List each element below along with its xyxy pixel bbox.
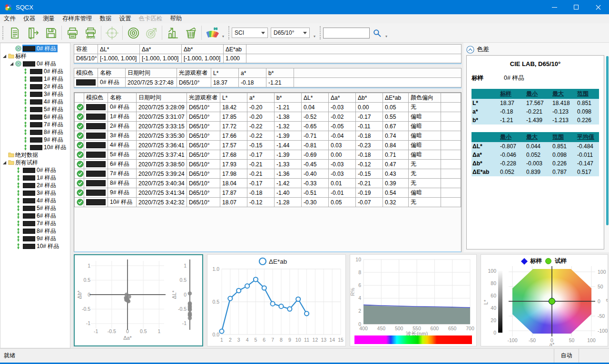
tree-item-2# 样品[interactable]: 2# 样品 (0, 83, 70, 90)
tree-item-9# 样品[interactable]: 9# 样品 (0, 235, 70, 242)
menu-item-4[interactable]: 存样库管理 (59, 14, 96, 23)
toolbar-grip[interactable] (2, 26, 3, 39)
sample-row-1# 样品[interactable]: 1# 样品2020/7/25 3:31:07D65/10°17.85-0.20-… (75, 112, 461, 122)
sample-row-7# 样品[interactable]: 7# 样品2020/7/25 3:39:24D65/10°17.98-0.21-… (75, 169, 461, 179)
tolerance-value[interactable]: [-1.000, 1.000] (182, 54, 224, 63)
illuminant-select[interactable]: D65/10° (271, 28, 310, 38)
minimize-button[interactable] (543, 0, 565, 14)
auto-mode-button[interactable]: 自动 (554, 349, 579, 363)
toolbar-grip[interactable] (228, 26, 229, 39)
column-header[interactable]: 日期时间 (126, 68, 177, 78)
tree-item-绝对数据[interactable]: 绝对数据 (0, 151, 70, 159)
column-header[interactable]: 模拟色 (74, 68, 98, 78)
save-button[interactable] (42, 24, 60, 41)
column-header[interactable]: 日期时间 (137, 93, 187, 103)
column-header[interactable]: ΔE*ab (224, 45, 246, 54)
tree-item-所有试样[interactable]: 所有试样 (0, 159, 70, 166)
sample-row-0# 样品[interactable]: 0# 样品2020/7/25 3:28:09D65/10°18.42-0.20-… (75, 103, 461, 112)
collapse-panel-icon[interactable] (466, 46, 474, 54)
column-header[interactable]: a* (239, 68, 266, 78)
column-header[interactable]: b* (266, 68, 294, 78)
column-header[interactable]: 名称 (98, 68, 126, 78)
column-header[interactable]: ΔL* (98, 45, 140, 54)
tree-item-6# 样品[interactable]: 6# 样品 (0, 113, 70, 121)
tree-item-9# 样品[interactable]: 9# 样品 (0, 136, 70, 144)
delete-button[interactable] (182, 24, 200, 41)
menu-item-5[interactable]: 数据 (96, 14, 116, 23)
tree-item-5# 样品[interactable]: 5# 样品 (0, 204, 70, 212)
column-header[interactable]: 光源观察者 (187, 93, 220, 103)
search-icon[interactable] (373, 29, 382, 38)
tree-item-3# 样品[interactable]: 3# 样品 (0, 189, 70, 197)
export-button[interactable] (24, 24, 42, 41)
tree-item-8# 样品[interactable]: 8# 样品 (0, 128, 70, 136)
column-header[interactable]: L* (211, 68, 239, 78)
deltaE-chart-panel[interactable]: ΔE*ab1234567891011121314150.00.51.0 (207, 254, 346, 346)
column-header[interactable]: Δa* (329, 93, 356, 103)
tree-item-0# 样品[interactable]: 0# 样品 (0, 60, 70, 67)
tree-item-7# 样品[interactable]: 7# 样品 (0, 220, 70, 227)
sample-row-3# 样品[interactable]: 3# 样品2020/7/25 3:35:30D65/10°17.66-0.22-… (75, 131, 461, 141)
tree-item-1# 样品[interactable]: 1# 样品 (0, 75, 70, 83)
maximize-button[interactable] (565, 0, 587, 14)
chart-button[interactable] (164, 24, 182, 41)
tree-item-0# 样品[interactable]: 0# 样品 (0, 166, 70, 174)
column-header[interactable]: 光源观察者 (177, 68, 211, 78)
column-header[interactable]: 名称 (108, 93, 137, 103)
column-header[interactable]: b* (275, 93, 302, 103)
measure-standard-button[interactable] (124, 24, 142, 41)
new-document-button[interactable] (6, 24, 24, 41)
tree-item-6# 样品[interactable]: 6# 样品 (0, 212, 70, 220)
tree-item-3# 样品[interactable]: 3# 样品 (0, 90, 70, 98)
toolbar-overflow-icon[interactable]: ▾ (385, 34, 387, 38)
color-match-button[interactable] (203, 24, 221, 41)
tree-item-标样[interactable]: 标样 (0, 52, 70, 60)
expander-icon[interactable] (2, 161, 7, 165)
column-header[interactable]: ΔE*ab (383, 93, 409, 103)
column-header[interactable]: 颜色偏向 (409, 93, 441, 103)
column-header[interactable]: a* (247, 93, 275, 103)
tree-item-0# 样品[interactable]: 0# 样品 (0, 67, 70, 75)
tolerance-value[interactable]: 1.000 (224, 54, 246, 63)
toolbar-overflow-icon[interactable]: ▾ (222, 34, 224, 38)
sample-row-4# 样品[interactable]: 4# 样品2020/7/25 3:36:41D65/10°17.57-0.15-… (75, 141, 461, 150)
column-header[interactable]: 模拟色 (84, 93, 108, 103)
sample-row-9# 样品[interactable]: 9# 样品2020/7/25 3:41:34D65/10°17.87-0.18-… (75, 188, 461, 198)
tree-item-1# 样品[interactable]: 1# 样品 (0, 174, 70, 182)
expander-icon[interactable] (10, 62, 14, 66)
tree-item-8# 样品[interactable]: 8# 样品 (0, 227, 70, 235)
sample-row-6# 样品[interactable]: 6# 样品2020/7/25 3:38:50D65/10°17.93-0.21-… (75, 160, 461, 169)
gamut-chart-panel[interactable]: 标样试样 -100-50050100100500-50-100100806040… (481, 254, 608, 346)
tree-item-10# 样品[interactable]: 10# 样品 (0, 242, 70, 250)
column-header[interactable]: L* (220, 93, 247, 103)
column-header[interactable]: 容差 (74, 45, 98, 54)
standard-row[interactable]: 0# 样品2020/7/25 3:27:48D65/10°18.37-0.18-… (74, 78, 462, 87)
print-button[interactable] (63, 24, 81, 41)
column-header[interactable] (75, 93, 84, 103)
tolerance-value[interactable]: [-1.000, 1.000] (98, 54, 140, 63)
spectral-chart-panel[interactable]: 0246810400450500550600650700波长(nm)R% (350, 254, 477, 346)
menu-item-2[interactable]: 仪器 (20, 14, 39, 23)
sample-row-8# 样品[interactable]: 8# 样品2020/7/25 3:40:34D65/10°18.04-0.17-… (75, 179, 461, 188)
menu-item-3[interactable]: 测量 (39, 14, 59, 23)
column-header[interactable]: Δb* (182, 45, 224, 54)
close-button[interactable] (587, 0, 609, 14)
toolbar-grip[interactable] (320, 26, 321, 39)
tree-item-0# 样品[interactable]: 0# 样品 (0, 45, 70, 52)
tolerance-value[interactable]: [-1.000, 1.000] (140, 54, 182, 63)
sample-row-2# 样品[interactable]: 2# 样品2020/7/25 3:33:15D65/10°17.72-0.22-… (75, 122, 461, 131)
tree-item-2# 样品[interactable]: 2# 样品 (0, 182, 70, 189)
tolerance-value[interactable]: D65/10° (74, 54, 98, 63)
tree-item-4# 样品[interactable]: 4# 样品 (0, 197, 70, 204)
menu-item-8[interactable]: 帮助 (167, 14, 186, 23)
menu-item-1[interactable]: 文件 (0, 14, 20, 23)
sample-row-10# 样品[interactable]: 10# 样品2020/7/25 3:42:32D65/10°18.07-0.12… (75, 198, 461, 207)
scatter-chart-panel[interactable]: -1-1-0.5-0.5000.50.511Δa*Δb*-1-0.500.51Δ… (74, 254, 203, 346)
column-header[interactable]: ΔL* (302, 93, 329, 103)
tree-item-4# 样品[interactable]: 4# 样品 (0, 98, 70, 105)
column-header[interactable]: Δa* (140, 45, 182, 54)
expander-icon[interactable] (2, 54, 7, 58)
search-input[interactable] (323, 28, 370, 38)
column-header[interactable]: Δb* (356, 93, 383, 103)
panel-scrollbar[interactable] (606, 56, 609, 225)
